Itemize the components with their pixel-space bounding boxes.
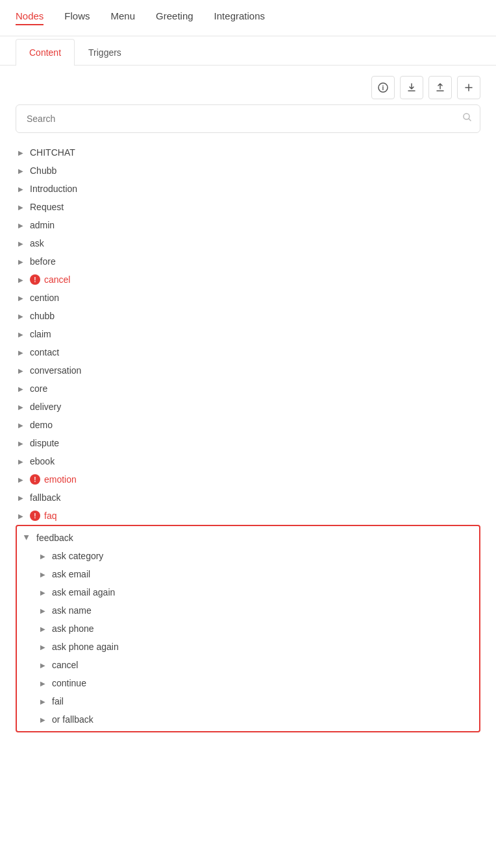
tree-label-before: before xyxy=(30,256,56,267)
child-arrow-icon-cancel: ▶ xyxy=(38,660,48,670)
arrow-icon-chubb-cap: ▶ xyxy=(16,165,26,176)
feedback-child-ask-name[interactable]: ▶ask name xyxy=(38,601,479,620)
tree-item-conversation[interactable]: ▶conversation xyxy=(16,361,480,380)
download-button[interactable] xyxy=(400,76,423,99)
child-arrow-icon-or-fallback: ▶ xyxy=(38,714,48,725)
tab-triggers[interactable]: Triggers xyxy=(75,39,135,66)
arrow-icon-introduction: ▶ xyxy=(16,184,26,194)
nav-greeting[interactable]: Greeting xyxy=(156,10,193,25)
tree-item-delivery[interactable]: ▶delivery xyxy=(16,398,480,416)
search-input[interactable] xyxy=(16,104,480,133)
child-label-ask-name: ask name xyxy=(52,605,92,616)
tree-label-delivery: delivery xyxy=(30,402,61,412)
tree-label-chubb: chubb xyxy=(30,311,55,321)
tree-item-chubb[interactable]: ▶chubb xyxy=(16,307,480,325)
child-arrow-icon-ask-phone: ▶ xyxy=(38,623,48,634)
tree-item-cention[interactable]: ▶cention xyxy=(16,289,480,307)
child-label-ask-category: ask category xyxy=(52,551,103,561)
nav-flows[interactable]: Flows xyxy=(64,10,90,25)
tree-item-demo[interactable]: ▶demo xyxy=(16,416,480,434)
arrow-icon-core: ▶ xyxy=(16,383,26,394)
tree-item-chitchat[interactable]: ▶CHITCHAT xyxy=(16,143,480,162)
tree-item-fallback[interactable]: ▶fallback xyxy=(16,488,480,507)
arrow-icon-fallback: ▶ xyxy=(16,492,26,503)
arrow-icon-admin: ▶ xyxy=(16,220,26,230)
feedback-child-ask-phone-again[interactable]: ▶ask phone again xyxy=(38,638,479,656)
tree-item-faq[interactable]: ▶faq xyxy=(16,507,480,525)
tree-label-cancel: cancel xyxy=(44,274,70,285)
feedback-item[interactable]: ▶ feedback xyxy=(17,529,479,547)
tree-item-introduction[interactable]: ▶Introduction xyxy=(16,180,480,198)
info-button[interactable]: i xyxy=(371,76,395,99)
child-label-fail: fail xyxy=(52,696,64,706)
arrow-icon-ask: ▶ xyxy=(16,238,26,248)
arrow-icon-before: ▶ xyxy=(16,256,26,267)
sub-tabs: Content Triggers xyxy=(0,39,496,66)
tab-content[interactable]: Content xyxy=(16,39,75,66)
feedback-child-ask-phone[interactable]: ▶ask phone xyxy=(38,620,479,638)
feedback-child-cancel[interactable]: ▶cancel xyxy=(38,656,479,674)
tree-label-claim: claim xyxy=(30,329,51,339)
tree-item-request[interactable]: ▶Request xyxy=(16,198,480,216)
tree-item-cancel[interactable]: ▶cancel xyxy=(16,271,480,289)
child-label-ask-email-again: ask email again xyxy=(52,587,115,597)
tree-label-ebook: ebook xyxy=(30,456,55,466)
tree-items: ▶CHITCHAT▶Chubb▶Introduction▶Request▶adm… xyxy=(16,143,480,525)
svg-text:i: i xyxy=(382,84,384,91)
arrow-icon-emotion: ▶ xyxy=(16,474,26,485)
tree-item-admin[interactable]: ▶admin xyxy=(16,216,480,234)
child-arrow-icon-ask-email-again: ▶ xyxy=(38,587,48,597)
feedback-child-continue[interactable]: ▶continue xyxy=(38,674,479,692)
arrow-icon-ebook: ▶ xyxy=(16,456,26,466)
tree-label-contact: contact xyxy=(30,347,59,357)
tree-label-ask: ask xyxy=(30,238,44,248)
tree-item-before[interactable]: ▶before xyxy=(16,252,480,271)
tree-item-ebook[interactable]: ▶ebook xyxy=(16,452,480,470)
tree-label-demo: demo xyxy=(30,420,53,430)
child-arrow-icon-ask-phone-again: ▶ xyxy=(38,642,48,652)
tree-label-introduction: Introduction xyxy=(30,184,77,194)
child-label-ask-phone-again: ask phone again xyxy=(52,642,119,652)
child-label-ask-email: ask email xyxy=(52,569,90,579)
add-button[interactable] xyxy=(457,76,480,99)
child-label-ask-phone: ask phone xyxy=(52,623,94,634)
tree-item-ask[interactable]: ▶ask xyxy=(16,234,480,252)
child-arrow-icon-ask-name: ▶ xyxy=(38,605,48,616)
tree-label-cention: cention xyxy=(30,293,59,303)
feedback-child-or-fallback[interactable]: ▶or fallback xyxy=(38,710,479,729)
tree-item-contact[interactable]: ▶contact xyxy=(16,343,480,361)
error-icon-cancel xyxy=(30,274,40,285)
arrow-icon-demo: ▶ xyxy=(16,420,26,430)
tree-label-dispute: dispute xyxy=(30,438,59,448)
toolbar: i xyxy=(0,66,496,104)
search-icon xyxy=(462,112,473,125)
tree-item-emotion[interactable]: ▶emotion xyxy=(16,470,480,488)
tree-item-chubb-cap[interactable]: ▶Chubb xyxy=(16,162,480,180)
feedback-label: feedback xyxy=(36,533,73,543)
tree-label-admin: admin xyxy=(30,220,55,230)
arrow-icon-dispute: ▶ xyxy=(16,438,26,448)
nav-integrations[interactable]: Integrations xyxy=(214,10,265,25)
tree-item-core[interactable]: ▶core xyxy=(16,380,480,398)
error-icon-faq xyxy=(30,511,40,521)
tree-label-chubb-cap: Chubb xyxy=(30,165,56,176)
feedback-child-ask-email[interactable]: ▶ask email xyxy=(38,565,479,583)
child-arrow-icon-continue: ▶ xyxy=(38,678,48,688)
feedback-child-ask-email-again[interactable]: ▶ask email again xyxy=(38,583,479,601)
nav-nodes[interactable]: Nodes xyxy=(16,10,43,25)
child-label-continue: continue xyxy=(52,678,86,688)
child-arrow-icon-ask-email: ▶ xyxy=(38,569,48,579)
feedback-child-fail[interactable]: ▶fail xyxy=(38,692,479,710)
tree-item-claim[interactable]: ▶claim xyxy=(16,325,480,343)
arrow-icon-faq: ▶ xyxy=(16,511,26,521)
child-arrow-icon-ask-category: ▶ xyxy=(38,551,48,561)
tree-item-dispute[interactable]: ▶dispute xyxy=(16,434,480,452)
feedback-child-ask-category[interactable]: ▶ask category xyxy=(38,547,479,565)
tree-label-faq: faq xyxy=(44,511,56,521)
upload-button[interactable] xyxy=(428,76,452,99)
top-nav: Nodes Flows Menu Greeting Integrations xyxy=(0,0,496,36)
child-label-cancel: cancel xyxy=(52,660,78,670)
nav-menu[interactable]: Menu xyxy=(111,10,136,25)
arrow-icon-cention: ▶ xyxy=(16,293,26,303)
arrow-icon-request: ▶ xyxy=(16,202,26,212)
